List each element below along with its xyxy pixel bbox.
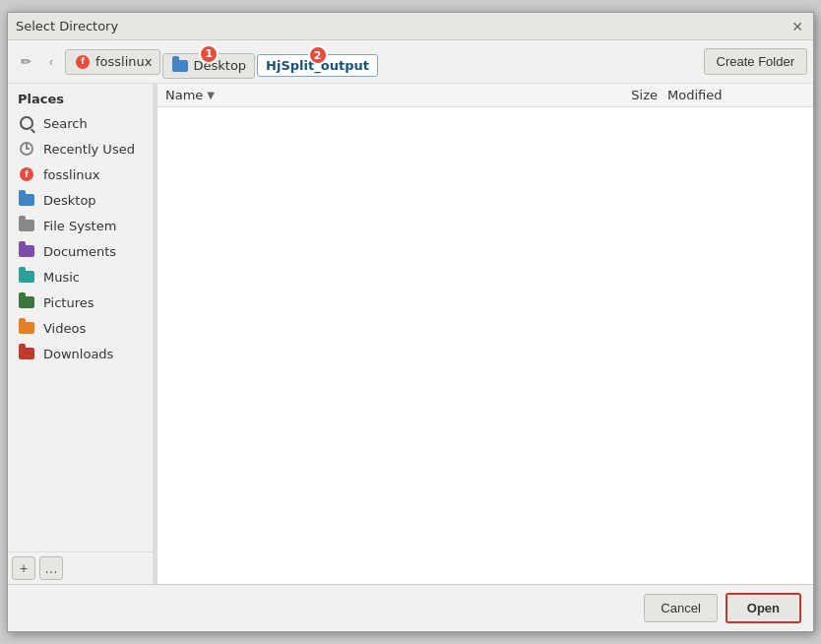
sidebar-item-music[interactable]: Music	[8, 264, 153, 290]
create-folder-button[interactable]: Create Folder	[704, 48, 807, 75]
file-list: Name ▼ Size Modified	[158, 84, 813, 584]
pictures-icon	[18, 293, 35, 311]
music-icon	[18, 268, 35, 286]
filesystem-icon	[18, 217, 35, 234]
sidebar-videos-label: Videos	[43, 321, 86, 336]
open-button[interactable]: Open	[726, 593, 801, 623]
sidebar-section-title: Places	[8, 84, 153, 110]
sidebar: Places Search Recently Used f f	[8, 84, 154, 584]
column-modified-label: Modified	[667, 88, 722, 102]
toolbar: ✏ ‹ f fosslinux 1 Desktop	[8, 40, 813, 84]
step-badge-2: 2	[308, 45, 328, 65]
breadcrumb-fosslinux-label: fosslinux	[95, 54, 152, 69]
column-size-label: Size	[631, 88, 658, 102]
breadcrumb: f fosslinux 1 Desktop 2 HjSplit_output	[65, 45, 700, 79]
sidebar-fosslinux-label: fosslinux	[43, 167, 99, 182]
sidebar-item-fosslinux[interactable]: f fosslinux	[8, 161, 153, 187]
sidebar-item-pictures[interactable]: Pictures	[8, 290, 153, 315]
desktop-folder-icon	[171, 57, 189, 75]
sidebar-item-search[interactable]: Search	[8, 110, 153, 136]
videos-icon	[18, 319, 35, 337]
sidebar-desktop-label: Desktop	[43, 193, 96, 208]
sidebar-item-recently-used[interactable]: Recently Used	[8, 136, 153, 161]
dialog-title: Select Directory	[16, 19, 118, 33]
sort-arrow-icon: ▼	[207, 90, 215, 100]
back-button[interactable]: ‹	[41, 52, 61, 72]
column-name-label: Name	[165, 88, 203, 102]
desktop-sidebar-icon	[18, 191, 35, 209]
sidebar-pictures-label: Pictures	[43, 295, 94, 310]
more-options-button[interactable]: …	[39, 556, 63, 580]
downloads-icon	[18, 345, 35, 362]
bottom-bar: Cancel Open	[8, 584, 813, 631]
file-list-header: Name ▼ Size Modified	[158, 84, 813, 107]
fosslinux-icon: f	[74, 53, 92, 71]
back-arrow-icon: ‹	[49, 55, 53, 69]
sidebar-bottom: + …	[8, 551, 153, 584]
sidebar-item-videos[interactable]: Videos	[8, 315, 153, 341]
sidebar-item-documents[interactable]: Documents	[8, 238, 153, 264]
pencil-icon: ✏	[21, 54, 32, 69]
sidebar-filesystem-label: File System	[43, 219, 116, 233]
add-bookmark-button[interactable]: +	[12, 556, 35, 580]
fosslinux-sidebar-icon: f	[18, 165, 35, 183]
breadcrumb-item-hjsplit[interactable]: 2 HjSplit_output	[257, 54, 378, 77]
main-content: Places Search Recently Used f f	[8, 84, 813, 584]
sidebar-item-file-system[interactable]: File System	[8, 213, 153, 238]
sidebar-item-desktop[interactable]: Desktop	[8, 187, 153, 213]
sidebar-music-label: Music	[43, 270, 80, 285]
sidebar-recently-used-label: Recently Used	[43, 142, 135, 157]
sidebar-downloads-label: Downloads	[43, 347, 113, 361]
column-size[interactable]: Size	[599, 88, 658, 102]
step-badge-1: 1	[199, 44, 219, 64]
breadcrumb-item-fosslinux[interactable]: f fosslinux	[65, 49, 160, 75]
breadcrumb-item-desktop[interactable]: 1 Desktop	[162, 53, 255, 79]
search-icon	[18, 114, 35, 132]
clock-icon	[18, 140, 35, 158]
title-bar: Select Directory ✕	[8, 13, 813, 40]
select-directory-dialog: Select Directory ✕ ✏ ‹ f fosslinux 1	[7, 12, 814, 632]
file-list-body	[158, 107, 813, 584]
sidebar-item-downloads[interactable]: Downloads	[8, 341, 153, 366]
sidebar-search-label: Search	[43, 116, 88, 131]
edit-location-button[interactable]: ✏	[14, 50, 37, 74]
column-name[interactable]: Name ▼	[165, 88, 599, 102]
close-button[interactable]: ✕	[789, 19, 805, 34]
column-modified[interactable]: Modified	[658, 88, 805, 102]
documents-icon	[18, 242, 35, 260]
sidebar-documents-label: Documents	[43, 244, 116, 259]
cancel-button[interactable]: Cancel	[644, 594, 717, 622]
